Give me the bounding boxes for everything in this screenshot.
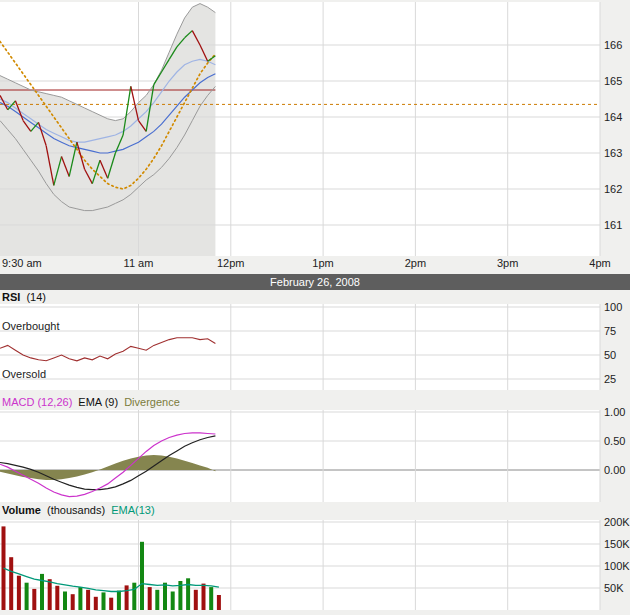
rsi-threshold-annotation: Overbought	[2, 320, 59, 332]
y-axis-tick-label: 165	[604, 75, 622, 87]
stock-chart-page: 1661651641631621619:30 am11 am12pm1pm2pm…	[0, 0, 630, 615]
plot-background	[0, 410, 600, 502]
y-axis-tick-label: 50	[604, 349, 616, 361]
volume-title-ema: EMA(13)	[111, 504, 154, 516]
x-axis-tick-label: 2pm	[405, 257, 426, 269]
volume-bar	[102, 592, 106, 610]
volume-title-name: Volume	[2, 504, 41, 516]
y-axis-tick-label: 161	[604, 219, 622, 231]
volume-bar	[132, 583, 136, 610]
volume-bar	[94, 597, 98, 610]
volume-bar	[140, 542, 144, 610]
x-axis-tick-label: 3pm	[497, 257, 518, 269]
volume-bar	[40, 574, 44, 610]
y-axis-tick-label: 50K	[604, 582, 624, 594]
volume-bar	[9, 557, 13, 610]
volume-bar	[209, 587, 213, 610]
volume-bar	[63, 592, 67, 611]
volume-bar	[171, 592, 175, 611]
y-axis-tick-label: 0.50	[604, 435, 625, 447]
volume-bar	[202, 584, 206, 610]
y-axis-tick-label: 0.00	[604, 464, 625, 476]
volume-bar	[125, 585, 129, 610]
rsi-threshold-annotation: Oversold	[2, 368, 46, 380]
volume-chart-panel: 200K150K100K50K	[0, 518, 630, 615]
plot-background	[0, 304, 600, 390]
volume-bar	[117, 591, 121, 610]
y-axis-tick-label: 166	[604, 39, 622, 51]
x-axis-tick-label: 11 am	[124, 257, 154, 269]
y-axis-tick-label: 163	[604, 147, 622, 159]
volume-bar	[32, 589, 36, 610]
volume-bar	[25, 583, 29, 610]
macd-title-name: MACD (12,26)	[2, 396, 72, 408]
x-axis-tick-label: 1pm	[312, 257, 333, 269]
rsi-chart-panel: 100755025OverboughtOversold	[0, 298, 630, 398]
y-axis-tick-label: 164	[604, 111, 622, 123]
price-chart-panel: 1661651641631621619:30 am11 am12pm1pm2pm…	[0, 0, 630, 274]
volume-bar	[55, 586, 59, 610]
macd-title-divergence: Divergence	[124, 396, 180, 408]
volume-panel-title: Volume (thousands) EMA(13)	[2, 504, 158, 516]
volume-bar	[217, 595, 221, 610]
y-axis-tick-label: 150K	[604, 538, 630, 550]
y-axis-tick-label: 75	[604, 325, 616, 337]
volume-bar	[155, 590, 159, 610]
volume-bar	[71, 594, 75, 610]
y-axis-tick-label: 25	[604, 373, 616, 385]
macd-title-ema: EMA (9)	[78, 396, 118, 408]
volume-bar	[109, 598, 113, 610]
x-axis-tick-label: 9:30 am	[2, 257, 42, 269]
y-axis-tick-label: 200K	[604, 518, 630, 528]
volume-bar	[86, 590, 90, 610]
x-axis-tick-label: 4pm	[589, 257, 610, 269]
volume-bar	[78, 587, 82, 610]
volume-bar	[186, 578, 190, 610]
volume-title-units: (thousands)	[47, 504, 105, 516]
volume-bar	[48, 579, 52, 610]
macd-panel-title: MACD (12,26) EMA (9) Divergence	[2, 396, 183, 408]
volume-bar	[148, 587, 152, 610]
y-axis-tick-label: 100K	[604, 560, 630, 572]
volume-bar	[163, 583, 167, 610]
volume-bar	[17, 576, 21, 610]
y-axis-tick-label: 1.00	[604, 408, 625, 418]
volume-bar	[194, 590, 198, 610]
x-axis-tick-label: 12pm	[217, 257, 245, 269]
date-bar: February 26, 2008	[0, 274, 630, 290]
y-axis-tick-label: 162	[604, 183, 622, 195]
macd-chart-panel: 1.000.500.00	[0, 408, 630, 506]
y-axis-tick-label: 100	[604, 301, 622, 313]
